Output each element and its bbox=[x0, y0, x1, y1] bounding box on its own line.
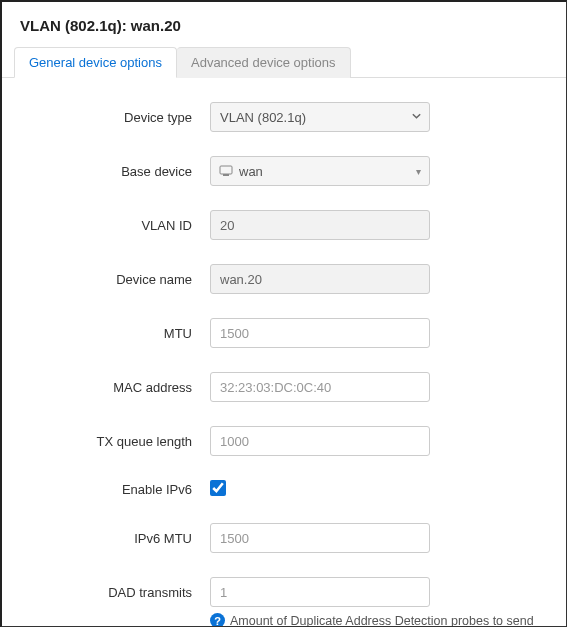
row-base-device: Base device wan ▾ bbox=[20, 156, 548, 186]
label-mac: MAC address bbox=[20, 380, 210, 395]
field-device-type: VLAN (802.1q) bbox=[210, 102, 430, 132]
row-mac: MAC address bbox=[20, 372, 548, 402]
row-vlan-id: VLAN ID 20 bbox=[20, 210, 548, 240]
field-vlan-id: 20 bbox=[210, 210, 430, 240]
mtu-input[interactable] bbox=[210, 318, 430, 348]
ipv6-mtu-input[interactable] bbox=[210, 523, 430, 553]
dad-input[interactable] bbox=[210, 577, 430, 607]
field-dad bbox=[210, 577, 430, 607]
tabs: General device options Advanced device o… bbox=[14, 46, 554, 77]
field-txqueue bbox=[210, 426, 430, 456]
base-device-value: wan bbox=[239, 164, 263, 179]
row-mtu: MTU bbox=[20, 318, 548, 348]
field-base-device: wan ▾ bbox=[210, 156, 430, 186]
label-enable-ipv6: Enable IPv6 bbox=[20, 482, 210, 497]
label-mtu: MTU bbox=[20, 326, 210, 341]
field-enable-ipv6 bbox=[210, 480, 430, 499]
modal-header: VLAN (802.1q): wan.20 bbox=[2, 2, 566, 46]
field-device-name: wan.20 bbox=[210, 264, 430, 294]
row-device-type: Device type VLAN (802.1q) bbox=[20, 102, 548, 132]
label-base-device: Base device bbox=[20, 164, 210, 179]
label-device-type: Device type bbox=[20, 110, 210, 125]
tabs-container: General device options Advanced device o… bbox=[2, 46, 566, 78]
row-ipv6-mtu: IPv6 MTU bbox=[20, 523, 548, 553]
info-icon: ? bbox=[210, 613, 225, 627]
row-device-name: Device name wan.20 bbox=[20, 264, 548, 294]
tab-advanced[interactable]: Advanced device options bbox=[177, 47, 351, 78]
mac-input[interactable] bbox=[210, 372, 430, 402]
svg-rect-0 bbox=[220, 166, 232, 174]
field-mtu bbox=[210, 318, 430, 348]
field-mac bbox=[210, 372, 430, 402]
row-txqueue: TX queue length bbox=[20, 426, 548, 456]
device-name-input[interactable]: wan.20 bbox=[210, 264, 430, 294]
field-ipv6-mtu bbox=[210, 523, 430, 553]
tab-general[interactable]: General device options bbox=[14, 47, 177, 78]
caret-down-icon: ▾ bbox=[416, 166, 421, 177]
network-port-icon bbox=[219, 165, 233, 177]
base-device-select[interactable]: wan ▾ bbox=[210, 156, 430, 186]
row-dad: DAD transmits bbox=[20, 577, 548, 607]
enable-ipv6-checkbox[interactable] bbox=[210, 480, 226, 496]
device-type-select[interactable]: VLAN (802.1q) bbox=[210, 102, 430, 132]
svg-rect-1 bbox=[223, 174, 229, 176]
dad-hint-text: Amount of Duplicate Address Detection pr… bbox=[230, 614, 534, 628]
label-dad: DAD transmits bbox=[20, 585, 210, 600]
label-vlan-id: VLAN ID bbox=[20, 218, 210, 233]
modal-title: VLAN (802.1q): wan.20 bbox=[20, 17, 548, 34]
txqueue-input[interactable] bbox=[210, 426, 430, 456]
label-device-name: Device name bbox=[20, 272, 210, 287]
row-enable-ipv6: Enable IPv6 bbox=[20, 480, 548, 499]
vlan-id-input[interactable]: 20 bbox=[210, 210, 430, 240]
dad-hint-row: ? Amount of Duplicate Address Detection … bbox=[210, 613, 548, 627]
label-ipv6-mtu: IPv6 MTU bbox=[20, 531, 210, 546]
form-body: Device type VLAN (802.1q) Base device wa… bbox=[2, 78, 566, 627]
label-txqueue: TX queue length bbox=[20, 434, 210, 449]
